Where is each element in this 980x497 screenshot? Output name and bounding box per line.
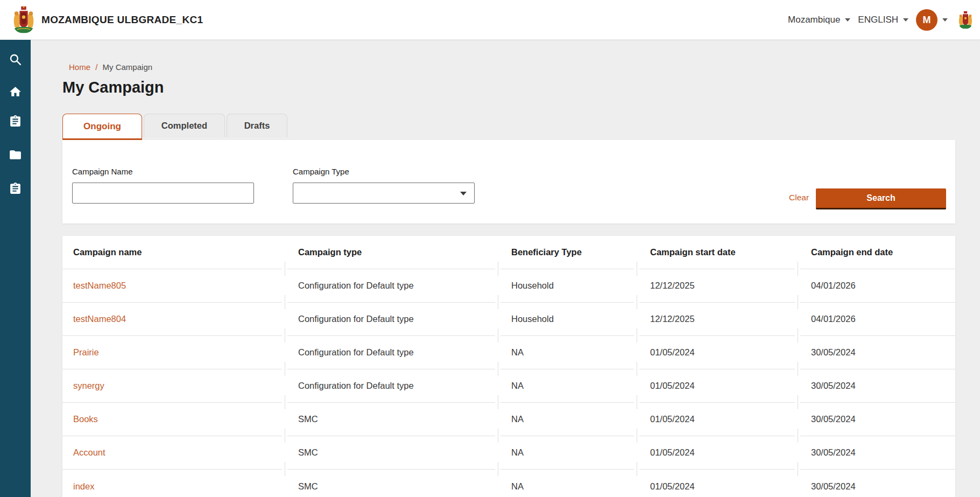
government-emblem-logo xyxy=(12,5,35,34)
campaign-end-date-cell: 30/05/2024 xyxy=(800,369,955,403)
campaign-end-date-cell: 04/01/2026 xyxy=(800,269,955,303)
campaign-type-label: Campaign Type xyxy=(293,167,349,176)
sidebar-item-campaigns[interactable] xyxy=(0,113,31,129)
table-row: testName805Configuration for Default typ… xyxy=(62,269,955,303)
column-header: Campaign name xyxy=(62,236,282,269)
campaign-type-cell: Configuration for Default type xyxy=(287,336,495,369)
beneficiary-type-cell: NA xyxy=(500,369,634,403)
breadcrumb-home-link[interactable]: Home xyxy=(69,62,90,72)
campaign-type-cell: Configuration for Default type xyxy=(287,369,495,403)
sidebar-item-home[interactable] xyxy=(0,83,31,100)
breadcrumb-current: My Campaign xyxy=(103,62,153,72)
user-menu[interactable]: M xyxy=(916,9,948,31)
campaign-name-label: Campaign Name xyxy=(72,167,133,176)
campaign-name-link[interactable]: Prairie xyxy=(62,336,282,369)
chevron-down-icon xyxy=(942,18,948,22)
table-row: BooksSMCNA01/05/202430/05/2024 xyxy=(62,403,955,436)
language-selector[interactable]: ENGLISH xyxy=(858,15,908,25)
column-header: Campaign end date xyxy=(800,236,955,269)
page-title: My Campaign xyxy=(62,79,164,96)
campaign-start-date-cell: 01/05/2024 xyxy=(639,336,795,369)
campaign-end-date-cell: 30/05/2024 xyxy=(800,403,955,436)
clipboard-icon xyxy=(9,115,22,128)
clipboard-report-icon xyxy=(9,182,22,195)
main-content: Home / My Campaign My Campaign OngoingCo… xyxy=(31,40,980,497)
clear-button[interactable]: Clear xyxy=(789,193,814,202)
sidebar-item-reports[interactable] xyxy=(0,180,31,197)
app-header: MOZAMBIQUE ULBGRADE_KC1 Mozambique ENGLI… xyxy=(0,0,980,40)
search-icon xyxy=(9,53,22,66)
table-row: synergyConfiguration for Default typeNA0… xyxy=(62,369,955,403)
beneficiary-type-cell: NA xyxy=(500,470,634,497)
column-header: Campaign start date xyxy=(639,236,795,269)
campaign-start-date-cell: 01/05/2024 xyxy=(639,403,795,436)
breadcrumb: Home / My Campaign xyxy=(69,62,152,72)
campaign-start-date-cell: 01/05/2024 xyxy=(639,436,795,470)
table-row: indexSMCNA01/05/202430/05/2024 xyxy=(62,470,955,497)
campaign-type-cell: SMC xyxy=(287,436,495,470)
campaign-type-cell: Configuration for Default type xyxy=(287,269,495,303)
column-header: Campaign type xyxy=(287,236,495,269)
campaign-type-select[interactable] xyxy=(293,183,475,204)
region-selector[interactable]: Mozambique xyxy=(788,15,850,25)
chevron-down-icon xyxy=(845,18,850,22)
tab-ongoing[interactable]: Ongoing xyxy=(62,114,142,141)
campaign-name-link[interactable]: testName804 xyxy=(62,303,282,336)
chevron-down-icon xyxy=(903,18,908,22)
beneficiary-type-cell: Household xyxy=(500,303,634,336)
campaign-name-link[interactable]: synergy xyxy=(62,369,282,403)
table-row: AccountSMCNA01/05/202430/05/2024 xyxy=(62,436,955,470)
header-right-cluster: Mozambique ENGLISH M xyxy=(788,0,974,40)
table-body: testName805Configuration for Default typ… xyxy=(62,269,955,497)
campaign-start-date-cell: 01/05/2024 xyxy=(639,369,795,403)
tab-bar: OngoingCompletedDrafts xyxy=(62,114,287,141)
campaign-name-input[interactable] xyxy=(72,183,254,204)
campaign-type-cell: SMC xyxy=(287,470,495,497)
beneficiary-type-cell: NA xyxy=(500,403,634,436)
tab-drafts[interactable]: Drafts xyxy=(227,114,287,137)
campaign-type-cell: Configuration for Default type xyxy=(287,303,495,336)
campaign-start-date-cell: 12/12/2025 xyxy=(639,303,795,336)
app-title: MOZAMBIQUE ULBGRADE_KC1 xyxy=(41,0,203,40)
campaign-table: Campaign nameCampaign typeBeneficiary Ty… xyxy=(62,236,955,497)
avatar[interactable]: M xyxy=(916,9,937,31)
table-header-row: Campaign nameCampaign typeBeneficiary Ty… xyxy=(62,236,955,269)
beneficiary-type-cell: NA xyxy=(500,336,634,369)
breadcrumb-separator: / xyxy=(95,62,97,72)
campaign-end-date-cell: 04/01/2026 xyxy=(800,303,955,336)
campaign-name-link[interactable]: index xyxy=(62,470,282,497)
campaign-start-date-cell: 01/05/2024 xyxy=(639,470,795,497)
chevron-down-icon xyxy=(460,192,467,195)
region-selector-label: Mozambique xyxy=(788,15,840,25)
campaign-type-cell: SMC xyxy=(287,403,495,436)
sidebar-item-search[interactable] xyxy=(0,51,31,67)
search-button[interactable]: Search xyxy=(816,188,946,209)
sidebar-nav xyxy=(0,40,31,497)
campaign-end-date-cell: 30/05/2024 xyxy=(800,336,955,369)
language-selector-label: ENGLISH xyxy=(858,15,898,25)
campaign-start-date-cell: 12/12/2025 xyxy=(639,269,795,303)
beneficiary-type-cell: NA xyxy=(500,436,634,470)
beneficiary-type-cell: Household xyxy=(500,269,634,303)
column-header: Beneficiary Type xyxy=(500,236,634,269)
table-row: testName804Configuration for Default typ… xyxy=(62,303,955,336)
campaign-name-link[interactable]: Account xyxy=(62,436,282,470)
sidebar-item-files[interactable] xyxy=(0,146,31,163)
campaign-end-date-cell: 30/05/2024 xyxy=(800,470,955,497)
folder-icon xyxy=(9,148,22,162)
filter-panel: Campaign Name Campaign Type Clear Search xyxy=(62,140,955,223)
campaign-name-link[interactable]: testName805 xyxy=(62,269,282,303)
campaign-name-link[interactable]: Books xyxy=(62,403,282,436)
campaign-end-date-cell: 30/05/2024 xyxy=(800,436,955,470)
tab-completed[interactable]: Completed xyxy=(144,114,225,137)
government-emblem-mini-icon xyxy=(957,11,974,29)
home-icon xyxy=(9,85,22,99)
table-row: PrairieConfiguration for Default typeNA0… xyxy=(62,336,955,369)
